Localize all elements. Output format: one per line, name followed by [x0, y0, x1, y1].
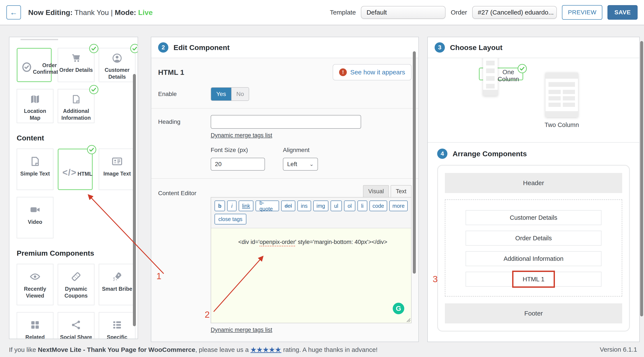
- component-card-label: Additional Information: [58, 108, 94, 121]
- layout-thumbnail: [483, 58, 498, 96]
- thumb-cell: [563, 103, 575, 107]
- toolbar-button-li[interactable]: li: [358, 201, 367, 211]
- back-button[interactable]: ←: [6, 5, 21, 20]
- component-card-image-text[interactable]: Image Text: [99, 149, 136, 190]
- thumb-cell: [548, 103, 561, 107]
- component-card-location-map[interactable]: Location Map: [17, 89, 54, 123]
- see-how-label: See how it appears: [350, 69, 405, 76]
- recently-viewed-icon: [17, 271, 53, 283]
- thumb-bar: [486, 61, 495, 65]
- toolbar-button-ul[interactable]: ul: [330, 201, 342, 211]
- footer-text: If you like: [9, 346, 38, 353]
- arrange-item-customer-details[interactable]: Customer Details: [466, 210, 602, 225]
- thumb-cell: [548, 96, 561, 101]
- layout-option-two-column[interactable]: Two Column: [535, 68, 588, 134]
- see-how-it-appears-button[interactable]: ! See how it appears: [333, 64, 412, 80]
- html-glyph: </>: [62, 167, 77, 178]
- divider: [151, 178, 418, 179]
- alignment-select[interactable]: Left ⌄: [283, 158, 318, 171]
- font-size-input[interactable]: [211, 158, 265, 171]
- version-label: Version 6.1.1: [600, 346, 637, 353]
- preview-button[interactable]: PREVIEW: [562, 5, 602, 20]
- toolbar-button-ol[interactable]: ol: [344, 201, 355, 211]
- arrange-item-order-details[interactable]: Order Details: [466, 231, 602, 246]
- annotation-number-1: 1: [156, 271, 161, 281]
- thumb-header-bar: [546, 73, 578, 79]
- toolbar-button-img[interactable]: img: [313, 201, 328, 211]
- toolbar-button-i[interactable]: i: [227, 201, 236, 211]
- simple-text-icon: [17, 155, 53, 167]
- resize-handle-icon[interactable]: [406, 317, 411, 322]
- component-card-html[interactable]: </>HTML: [58, 149, 93, 190]
- arrange-container: Header Customer DetailsOrder DetailsAddi…: [437, 165, 630, 331]
- tab-text[interactable]: Text: [390, 185, 412, 198]
- component-card-social-share[interactable]: Social Share: [58, 312, 94, 339]
- edit-component-panel: 2 Edit Component HTML 1 ! See how it app…: [151, 37, 419, 342]
- choose-layout-header: 3 Choose Layout: [428, 37, 639, 58]
- components-palette-panel: Order ConfirmationOrder DetailsCustomer …: [9, 37, 138, 339]
- toolbar-button-del[interactable]: del: [281, 201, 295, 211]
- template-label: Template: [330, 9, 356, 16]
- arrange-components-header: 4 Arrange Components: [437, 149, 630, 159]
- header-block[interactable]: Header: [445, 173, 622, 193]
- left-panel-scrollbar[interactable]: [133, 74, 136, 326]
- component-card-smart-bribe[interactable]: Smart Bribe: [99, 264, 136, 305]
- component-card-order-confirmation[interactable]: Order Confirmation: [17, 48, 52, 82]
- merge-tags-link-2[interactable]: Dynamic merge tags list: [211, 327, 272, 333]
- component-card-label: Video: [17, 219, 53, 225]
- layout-option-label: Two Column: [540, 121, 584, 129]
- component-card-related[interactable]: Related: [17, 312, 54, 339]
- component-card-recently-viewed[interactable]: Recently Viewed: [17, 264, 54, 305]
- component-card-dynamic-coupons[interactable]: Dynamic Coupons: [58, 264, 94, 305]
- rating-message: If you like NextMove Lite - Thank You Pa…: [9, 346, 378, 353]
- save-button[interactable]: SAVE: [608, 5, 638, 20]
- image-text-icon: [99, 155, 135, 167]
- component-card-specific[interactable]: Specific: [99, 312, 136, 339]
- toolbar-button-b[interactable]: b: [214, 201, 225, 211]
- component-card-video[interactable]: Video: [17, 197, 54, 238]
- right-panel-scrollbar[interactable]: [640, 41, 643, 316]
- component-name: HTML 1: [158, 68, 184, 77]
- component-card-simple-text[interactable]: Simple Text: [17, 149, 54, 190]
- customer-details-icon: [99, 53, 135, 64]
- layout-option-label: One Column: [498, 69, 519, 83]
- arrange-item-html-1[interactable]: HTML 13: [466, 272, 602, 287]
- toolbar-button-ins[interactable]: ins: [298, 201, 311, 211]
- thumb-footer-bar: [546, 111, 578, 117]
- tab-visual[interactable]: Visual: [363, 185, 389, 198]
- toolbar-button-more[interactable]: more: [389, 201, 408, 211]
- order-select[interactable]: #27 (Cancelled) eduardo...: [472, 6, 557, 19]
- order-details-icon: [58, 53, 94, 64]
- annotation-number-3: 3: [433, 274, 438, 284]
- check-badge-icon: [89, 85, 99, 95]
- component-card-order-details[interactable]: Order Details: [58, 48, 94, 82]
- arrange-item-additional-information[interactable]: Additional Information: [466, 251, 602, 266]
- middle-panel-scrollbar[interactable]: [413, 51, 416, 274]
- thumb-cell: [548, 90, 561, 94]
- close-tags-button[interactable]: close tags: [214, 214, 246, 224]
- enable-no-option[interactable]: No: [231, 88, 249, 101]
- component-card-customer-details[interactable]: Customer Details: [99, 48, 136, 82]
- layout-option-one-column[interactable]: One Column: [479, 68, 523, 80]
- edit-component-header: 2 Edit Component: [151, 37, 418, 58]
- alignment-select-value: Left: [287, 161, 297, 168]
- toolbar-button-link[interactable]: link: [239, 201, 254, 211]
- arrange-components-title: Arrange Components: [452, 150, 527, 158]
- enable-yes-option[interactable]: Yes: [211, 88, 231, 101]
- heading-input[interactable]: [211, 115, 361, 129]
- enable-toggle[interactable]: Yes No: [211, 87, 249, 101]
- html-icon: </>: [62, 167, 77, 179]
- grammarly-icon[interactable]: G: [393, 303, 404, 314]
- template-select-value: Default: [366, 9, 387, 16]
- component-card-additional-information[interactable]: Additional Information: [58, 89, 94, 123]
- thumb-cell: [563, 90, 575, 94]
- five-stars-link[interactable]: ★★★★★: [250, 346, 281, 353]
- template-select[interactable]: Default: [361, 6, 446, 19]
- toolbar-button-code[interactable]: code: [370, 201, 387, 211]
- check-badge-icon: [517, 64, 527, 74]
- editor-textarea[interactable]: <div id='openpix-order' style='margin-bo…: [211, 228, 411, 323]
- footer-block[interactable]: Footer: [445, 303, 622, 323]
- toolbar-button-b-quote[interactable]: b-quote: [256, 201, 279, 211]
- merge-tags-link[interactable]: Dynamic merge tags list: [211, 132, 272, 139]
- divider: [151, 108, 418, 109]
